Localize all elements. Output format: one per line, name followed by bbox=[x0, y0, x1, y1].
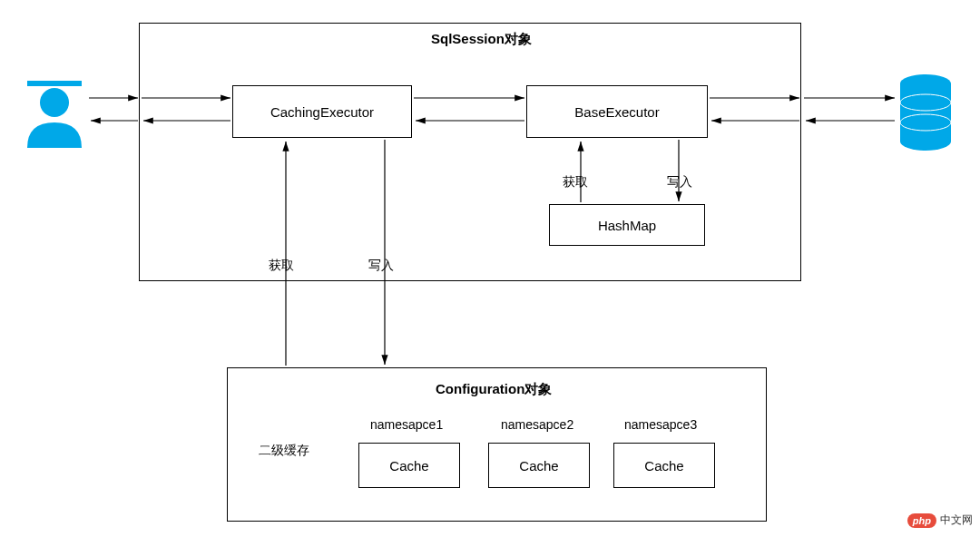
secondary-cache-label: 二级缓存 bbox=[259, 443, 309, 459]
hashmap-box: HashMap bbox=[549, 204, 705, 246]
cache-label-3: Cache bbox=[644, 458, 683, 474]
cache-label-1: Cache bbox=[389, 458, 428, 474]
svg-rect-0 bbox=[27, 81, 82, 86]
get-label-top: 获取 bbox=[563, 174, 588, 190]
write-label-top: 写入 bbox=[667, 174, 692, 190]
watermark-text: 中文网 bbox=[940, 513, 973, 528]
caching-executor-box: CachingExecutor bbox=[232, 85, 412, 138]
namespace-3-label: namesapce3 bbox=[624, 417, 697, 432]
write-label-mid: 写入 bbox=[368, 258, 394, 274]
namespace-1-label: namesapce1 bbox=[370, 417, 443, 432]
svg-point-4 bbox=[900, 132, 951, 151]
user-icon bbox=[23, 77, 86, 150]
get-label-mid: 获取 bbox=[269, 258, 294, 274]
namespace-2-label: namesapce2 bbox=[501, 417, 573, 432]
cache-box-1: Cache bbox=[358, 443, 460, 488]
sqlsession-title: SqlSession对象 bbox=[431, 31, 532, 48]
svg-point-1 bbox=[40, 88, 69, 117]
base-executor-box: BaseExecutor bbox=[526, 85, 708, 138]
caching-executor-label: CachingExecutor bbox=[270, 104, 374, 120]
watermark: php 中文网 bbox=[907, 513, 973, 528]
cache-label-2: Cache bbox=[519, 458, 558, 474]
cache-box-3: Cache bbox=[613, 443, 715, 488]
configuration-title: Configuration对象 bbox=[436, 381, 552, 398]
base-executor-label: BaseExecutor bbox=[574, 104, 659, 120]
database-icon bbox=[898, 73, 953, 154]
php-badge: php bbox=[907, 513, 936, 528]
cache-box-2: Cache bbox=[488, 443, 590, 488]
hashmap-label: HashMap bbox=[598, 218, 656, 233]
